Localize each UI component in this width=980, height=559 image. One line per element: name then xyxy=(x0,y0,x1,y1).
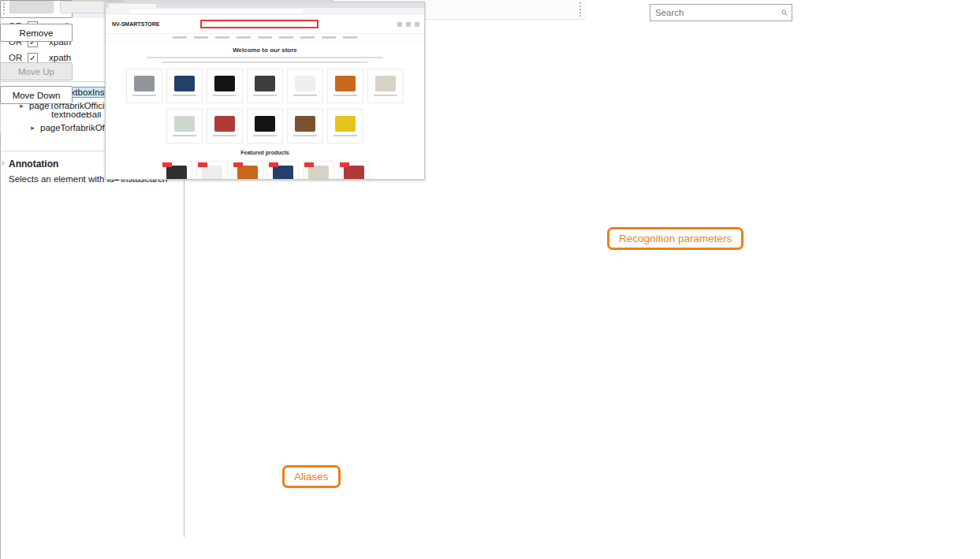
product-image xyxy=(202,166,222,180)
product-image xyxy=(237,166,258,180)
price-tag xyxy=(198,162,207,167)
store-welcome-title: Welcome to our store xyxy=(106,47,424,54)
move-down-button[interactable]: Move Down xyxy=(0,86,73,104)
toolbar-grip[interactable] xyxy=(579,2,583,17)
parameter-buttons: AddRemoveMove UpMove Down xyxy=(0,0,73,110)
featured-product xyxy=(338,161,370,180)
featured-product xyxy=(196,161,228,180)
product-image xyxy=(335,116,356,132)
featured-products-title: Featured products xyxy=(106,150,424,155)
featured-product xyxy=(161,161,192,180)
product-card xyxy=(287,109,323,143)
price-tag xyxy=(162,162,172,167)
browser-address-bar xyxy=(106,8,424,15)
product-card xyxy=(247,69,283,103)
store-header: NV-SMARTSTORE xyxy=(106,15,424,34)
browser-tab-bar xyxy=(106,2,424,8)
product-image xyxy=(295,116,315,132)
product-image xyxy=(166,166,187,180)
expand-icon[interactable]: ▸ xyxy=(28,124,38,132)
app-root: { "window": {"help": "?", "maximize": "□… xyxy=(0,0,980,559)
product-card xyxy=(327,109,363,143)
featured-product xyxy=(232,161,263,180)
product-card xyxy=(367,69,404,103)
highlighted-search-field xyxy=(200,20,319,28)
store-text-line xyxy=(162,61,367,63)
product-image xyxy=(335,76,356,91)
product-card xyxy=(247,109,283,143)
product-label xyxy=(333,135,357,136)
product-image xyxy=(174,116,195,132)
product-label xyxy=(293,95,317,96)
category-card-row xyxy=(106,69,424,103)
product-image xyxy=(255,76,275,91)
store-text-line xyxy=(147,57,383,58)
product-image xyxy=(308,166,329,180)
product-card xyxy=(287,69,323,103)
product-image xyxy=(295,76,315,91)
webpage-screenshot: NV-SMARTSTORE Welcome to our store Featu… xyxy=(105,2,425,180)
price-tag xyxy=(304,162,314,167)
product-label xyxy=(213,135,237,136)
product-image xyxy=(375,76,396,91)
product-image xyxy=(273,166,293,180)
product-label xyxy=(293,135,317,136)
product-image xyxy=(174,76,195,91)
product-image xyxy=(255,116,275,132)
featured-product xyxy=(303,161,334,180)
product-card xyxy=(126,69,162,103)
featured-products-row xyxy=(106,161,424,180)
product-label xyxy=(213,95,237,96)
product-label xyxy=(173,135,196,136)
store-header-icons xyxy=(397,22,419,27)
search-icon[interactable] xyxy=(781,8,788,17)
product-image xyxy=(134,76,155,91)
move-up-button[interactable]: Move Up xyxy=(0,62,73,80)
category-card-row xyxy=(106,109,424,143)
product-label xyxy=(173,95,196,96)
store-logo: NV-SMARTSTORE xyxy=(112,21,160,27)
product-image xyxy=(344,166,364,180)
product-label xyxy=(132,95,156,96)
price-tag xyxy=(340,162,349,167)
price-tag xyxy=(269,162,278,167)
remove-button[interactable]: Remove xyxy=(0,24,73,42)
product-card xyxy=(327,69,363,103)
product-card xyxy=(166,109,203,143)
price-tag xyxy=(233,162,243,167)
search-input[interactable] xyxy=(650,8,781,17)
product-label xyxy=(333,95,357,96)
redacted-button[interactable] xyxy=(9,1,54,13)
search-box xyxy=(650,4,792,21)
panel-expand-icon[interactable]: › xyxy=(2,158,5,167)
aliases-callout: Aliases xyxy=(282,465,341,488)
annotation-title: Annotation xyxy=(9,158,58,170)
product-label xyxy=(374,95,397,96)
product-image xyxy=(214,76,235,91)
product-label xyxy=(253,95,277,96)
product-card xyxy=(166,69,203,103)
product-card xyxy=(207,109,243,143)
recognition-parameters-callout: Recognition parameters xyxy=(607,227,743,250)
toolbar-grip[interactable] xyxy=(3,0,6,14)
product-card xyxy=(207,69,243,103)
store-nav xyxy=(106,34,424,42)
featured-product xyxy=(267,161,299,180)
product-label xyxy=(253,135,277,136)
product-image xyxy=(214,116,235,132)
